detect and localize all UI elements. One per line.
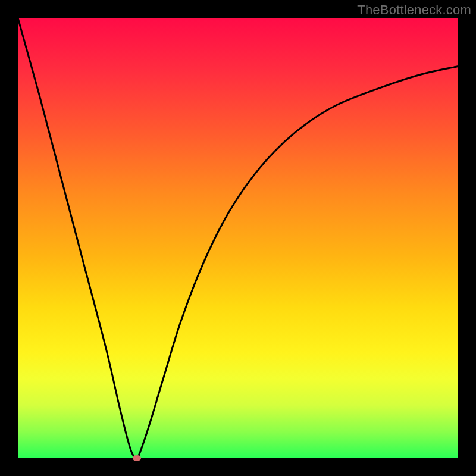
curve-svg (18, 18, 458, 458)
plot-area (18, 18, 458, 458)
chart-frame: TheBottleneck.com (0, 0, 476, 476)
watermark-text: TheBottleneck.com (357, 2, 471, 18)
optimum-marker (133, 455, 141, 461)
bottleneck-curve-path (18, 18, 458, 458)
